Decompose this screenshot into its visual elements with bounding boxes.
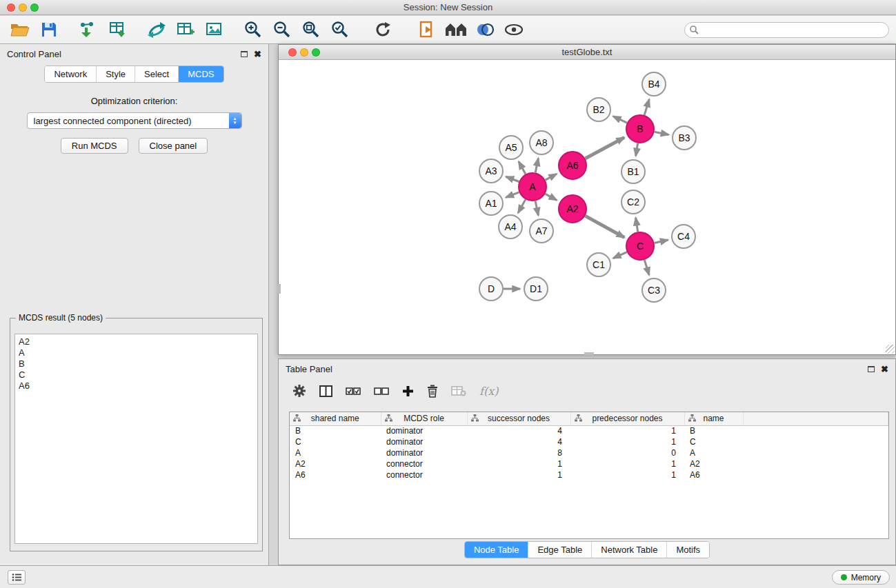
select-all-columns-button[interactable]	[346, 387, 361, 396]
table-close-panel-button[interactable]: ✖	[881, 365, 888, 374]
float-panel-button[interactable]	[241, 49, 254, 59]
graph-node-A8[interactable]: A8	[530, 131, 553, 154]
open-document-button[interactable]	[415, 18, 439, 41]
table-float-panel-button[interactable]	[868, 364, 881, 374]
graph-edge-A-A4[interactable]	[518, 199, 526, 212]
refresh-layout-button[interactable]	[371, 18, 395, 41]
graph-edge-A-A8[interactable]	[535, 159, 538, 173]
delete-column-button[interactable]	[427, 384, 438, 398]
graph-node-A[interactable]: A	[519, 173, 546, 201]
graph-node-A1[interactable]: A1	[479, 192, 503, 215]
graph-node-C[interactable]: C	[626, 232, 654, 260]
splitter-handle-horizontal[interactable]	[584, 352, 594, 355]
table-row[interactable]: Cdominator41C	[290, 436, 888, 447]
table-settings-button[interactable]	[292, 384, 306, 398]
graph-edge-A-A1[interactable]	[506, 192, 519, 198]
delete-table-button[interactable]	[451, 385, 466, 396]
tab-edge-table[interactable]: Edge Table	[528, 542, 592, 558]
network-zoom-button[interactable]	[312, 48, 320, 57]
graph-node-C3[interactable]: C3	[642, 278, 666, 302]
zoom-window-button[interactable]	[30, 3, 39, 12]
unselect-all-columns-button[interactable]	[374, 387, 389, 396]
graph-edge-A-A3[interactable]	[506, 176, 519, 181]
graph-node-A7[interactable]: A7	[530, 219, 553, 243]
graph-edge-A-A7[interactable]	[535, 201, 538, 216]
save-session-button[interactable]	[37, 18, 61, 41]
mcds-result-item[interactable]: B	[19, 358, 254, 369]
table-row[interactable]: A6connector11A6	[290, 469, 888, 480]
show-columns-button[interactable]	[319, 385, 332, 397]
run-mcds-button[interactable]: Run MCDS	[61, 138, 128, 154]
graph-node-D1[interactable]: D1	[524, 277, 548, 301]
tab-network[interactable]: Network	[45, 66, 97, 82]
show-graphics-details-button[interactable]	[502, 18, 526, 41]
graph-edge-A-A2[interactable]	[545, 194, 557, 200]
open-session-button[interactable]	[8, 18, 32, 41]
column-header-shared-name[interactable]: shared name	[290, 412, 381, 425]
close-panel-action-button[interactable]: Close panel	[139, 138, 208, 154]
tab-motifs[interactable]: Motifs	[667, 542, 709, 558]
graph-node-B2[interactable]: B2	[587, 98, 610, 121]
mcds-result-item[interactable]: C	[19, 369, 254, 381]
resize-grip-icon[interactable]	[886, 345, 895, 354]
new-network-button[interactable]	[145, 18, 168, 41]
graph-edge-A2-C[interactable]	[585, 216, 624, 237]
mcds-result-list[interactable]: A2ABCA6	[14, 334, 258, 544]
criterion-select[interactable]: largest connected component (directed) ▲…	[27, 112, 242, 129]
tab-select[interactable]: Select	[135, 66, 179, 82]
splitter-handle-vertical[interactable]	[278, 284, 281, 294]
table-row[interactable]: Bdominator41B	[290, 425, 888, 436]
graph-edge-B-B3[interactable]	[655, 132, 669, 134]
network-close-button[interactable]	[288, 48, 297, 57]
table-row[interactable]: A2connector11A2	[290, 458, 888, 469]
zoom-selected-button[interactable]	[328, 18, 352, 41]
graph-node-A2[interactable]: A2	[559, 195, 586, 223]
graph-edge-B-B1[interactable]	[636, 143, 638, 156]
tab-style[interactable]: Style	[97, 66, 135, 82]
import-network-file-button[interactable]	[76, 18, 99, 41]
graph-node-C2[interactable]: C2	[621, 190, 645, 214]
graph-edge-C-C2[interactable]	[636, 218, 638, 232]
graph-edge-A-A6[interactable]	[546, 174, 557, 180]
column-header-name[interactable]: name	[684, 412, 743, 425]
network-canvas[interactable]: B4B2BB3A5A8A6B1A3AA1A2C2A4A7C4CC1C3DD1	[279, 61, 895, 354]
graph-edge-C-C1[interactable]	[613, 252, 627, 258]
graph-node-A5[interactable]: A5	[499, 136, 523, 159]
zoom-fit-button[interactable]	[299, 18, 323, 41]
graph-node-B3[interactable]: B3	[673, 126, 696, 150]
mcds-result-item[interactable]: A	[19, 347, 254, 358]
table-row[interactable]: Adominator80A	[290, 447, 888, 458]
graph-node-C4[interactable]: C4	[672, 225, 695, 248]
export-image-button[interactable]	[203, 18, 226, 41]
style-venn-button[interactable]	[473, 18, 497, 41]
minimize-window-button[interactable]	[19, 3, 27, 12]
zoom-out-button[interactable]	[270, 18, 294, 41]
graph-edge-A6-B[interactable]	[585, 137, 624, 159]
graph-edge-C-C4[interactable]	[654, 240, 668, 243]
column-header-predecessor-nodes[interactable]: predecessor nodes	[570, 412, 684, 425]
graph-edge-A-A5[interactable]	[519, 161, 526, 174]
graph-node-A4[interactable]: A4	[499, 215, 522, 239]
graph-node-A6[interactable]: A6	[559, 152, 586, 179]
close-panel-button[interactable]: ✖	[254, 50, 261, 59]
mcds-result-item[interactable]: A2	[19, 336, 254, 347]
column-header-successor-nodes[interactable]: successor nodes	[467, 412, 570, 425]
task-history-button[interactable]	[8, 570, 26, 585]
graph-edge-C-C3[interactable]	[644, 260, 649, 275]
tab-network-table[interactable]: Network Table	[592, 542, 667, 558]
graph-node-A3[interactable]: A3	[479, 159, 503, 183]
home-button[interactable]	[444, 18, 468, 41]
graph-edge-B-B2[interactable]	[613, 116, 627, 123]
mcds-result-item[interactable]: A6	[19, 381, 254, 392]
graph-edge-B-B4[interactable]	[644, 99, 649, 115]
graph-node-B1[interactable]: B1	[621, 160, 645, 183]
network-minimize-button[interactable]	[300, 48, 308, 57]
create-column-button[interactable]	[402, 385, 414, 397]
network-window-titlebar[interactable]: testGlobe.txt	[279, 45, 895, 60]
graph-node-B4[interactable]: B4	[642, 72, 666, 96]
tab-node-table[interactable]: Node Table	[465, 542, 529, 558]
column-header-mcds-role[interactable]: MCDS role	[381, 412, 467, 425]
import-table-file-button[interactable]	[106, 18, 130, 41]
tab-mcds[interactable]: MCDS	[179, 66, 223, 82]
memory-button[interactable]: Memory	[832, 570, 890, 585]
